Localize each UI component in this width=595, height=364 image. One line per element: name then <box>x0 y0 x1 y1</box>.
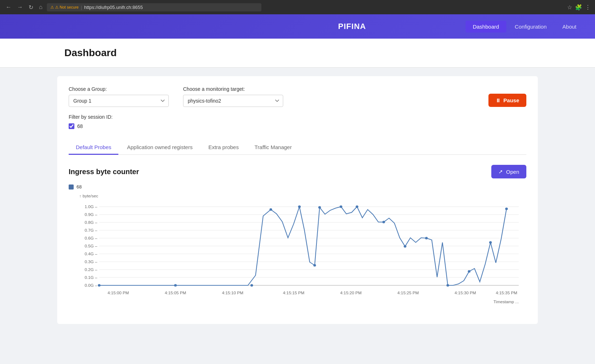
session-filter-label: Filter by session ID: <box>69 114 526 120</box>
tab-default-probes[interactable]: Default Probes <box>69 141 118 155</box>
y-label-10: 0.1G – <box>85 275 98 280</box>
refresh-button[interactable]: ↻ <box>27 3 35 12</box>
legend-label: 68 <box>77 184 82 190</box>
pause-label: Pause <box>503 97 519 103</box>
session-id-label: 68 <box>77 123 83 129</box>
x-label-6: 4:15:25 PM <box>397 291 419 295</box>
svg-point-26 <box>490 241 492 244</box>
chart-container: ↑ byte/sec 1.0G – 0.9G – 0.8G – 0.7G – 0… <box>69 192 526 314</box>
svg-point-24 <box>447 284 449 286</box>
y-label-6: 0.5G – <box>85 244 98 248</box>
x-label-2: 4:15:05 PM <box>165 291 186 295</box>
nav-dashboard[interactable]: Dashboard <box>466 21 506 33</box>
y-label-2: 0.9G – <box>85 212 98 217</box>
warning-icon: ⚠ <box>50 5 54 10</box>
security-warning: ⚠ ⚠ Not secure <box>50 5 79 10</box>
page-title: Dashboard <box>64 47 531 59</box>
svg-point-27 <box>505 208 507 210</box>
url-display: https://diufrp05.unifr.ch:8655 <box>84 5 143 10</box>
home-button[interactable]: ⌂ <box>38 3 44 12</box>
extensions-icon[interactable]: 🧩 <box>575 4 582 11</box>
chart-legend: 68 <box>69 184 526 190</box>
x-label-3: 4:15:10 PM <box>222 291 244 295</box>
y-label-1: 1.0G – <box>85 205 98 209</box>
pause-icon: ⏸ <box>496 98 501 103</box>
chart-header: Ingress byte counter ➚ Open <box>69 165 526 178</box>
session-checkbox[interactable] <box>69 123 74 129</box>
tab-extra-probes[interactable]: Extra probes <box>201 141 246 155</box>
nav-about[interactable]: About <box>555 21 584 33</box>
svg-point-15 <box>270 208 272 211</box>
svg-point-19 <box>340 206 342 208</box>
star-icon[interactable]: ☆ <box>567 4 572 11</box>
svg-point-20 <box>356 206 358 208</box>
forward-button[interactable]: → <box>16 3 24 12</box>
group-selector: Choose a Group: Group 1 <box>69 86 169 107</box>
svg-point-21 <box>383 221 385 223</box>
address-bar[interactable]: ⚠ ⚠ Not secure | https://diufrp05.unifr.… <box>47 3 261 11</box>
monitoring-label: Choose a monitoring target: <box>183 86 283 92</box>
page-title-area: Dashboard <box>0 39 595 68</box>
svg-point-17 <box>314 264 316 266</box>
tab-traffic-manager[interactable]: Traffic Manager <box>247 141 299 155</box>
browser-actions: ☆ 🧩 ⋮ <box>567 4 591 11</box>
svg-point-18 <box>319 206 321 208</box>
app-logo: PIFINA <box>239 22 466 31</box>
open-label: Open <box>506 169 519 175</box>
checkbox-row: 68 <box>69 123 526 129</box>
x-label-8: 4:15:35 PM <box>496 291 517 295</box>
x-label-1: 4:15:00 PM <box>108 291 129 295</box>
x-label-5: 4:15:20 PM <box>340 291 362 295</box>
y-label-9: 0.2G – <box>85 267 98 272</box>
tab-application-owned[interactable]: Application owned registers <box>120 141 200 155</box>
y-label-8: 0.3G – <box>85 260 98 264</box>
monitoring-selector: Choose a monitoring target: physics-tofi… <box>183 86 283 107</box>
svg-point-14 <box>251 284 253 286</box>
open-button[interactable]: ➚ Open <box>491 165 526 178</box>
external-link-icon: ➚ <box>498 168 503 175</box>
svg-point-16 <box>298 206 300 208</box>
chart-svg: ↑ byte/sec 1.0G – 0.9G – 0.8G – 0.7G – 0… <box>69 192 526 314</box>
group-label: Choose a Group: <box>69 86 169 92</box>
y-label-4: 0.7G – <box>85 228 98 232</box>
y-axis-title: ↑ byte/sec <box>79 194 98 198</box>
group-select[interactable]: Group 1 <box>69 95 169 107</box>
security-text: ⚠ Not secure <box>55 5 79 10</box>
main-content: Choose a Group: Group 1 Choose a monitor… <box>0 68 595 364</box>
x-axis-title: Timestamp ... <box>493 300 519 304</box>
y-label-3: 0.8G – <box>85 220 98 225</box>
content-card: Choose a Group: Group 1 Choose a monitor… <box>57 76 538 324</box>
app-header: PIFINA Dashboard Configuration About <box>0 14 595 39</box>
x-label-4: 4:15:15 PM <box>283 291 304 295</box>
nav-configuration[interactable]: Configuration <box>508 21 554 33</box>
svg-point-13 <box>174 284 176 286</box>
form-row: Choose a Group: Group 1 Choose a monitor… <box>69 86 526 107</box>
browser-chrome: ← → ↻ ⌂ ⚠ ⚠ Not secure | https://diufrp0… <box>0 0 595 14</box>
y-label-11: 0.0G – <box>85 283 98 287</box>
legend-color <box>69 185 74 190</box>
chart-section: Ingress byte counter ➚ Open 68 ↑ byte/se… <box>69 165 526 314</box>
tabs: Default Probes Application owned registe… <box>69 141 526 155</box>
app-nav: Dashboard Configuration About <box>466 21 584 33</box>
pause-button[interactable]: ⏸ Pause <box>488 94 526 107</box>
back-button[interactable]: ← <box>4 3 13 12</box>
svg-point-12 <box>98 284 100 286</box>
chart-title: Ingress byte counter <box>69 168 139 176</box>
y-label-7: 0.4G – <box>85 252 98 256</box>
svg-point-25 <box>468 270 470 272</box>
svg-point-23 <box>425 237 427 239</box>
y-label-5: 0.6G – <box>85 236 98 240</box>
x-label-7: 4:15:30 PM <box>454 291 476 295</box>
svg-point-22 <box>404 245 406 247</box>
monitoring-select[interactable]: physics-tofino2 <box>183 95 283 107</box>
menu-icon[interactable]: ⋮ <box>585 4 591 11</box>
session-filter: Filter by session ID: 68 <box>69 114 526 132</box>
